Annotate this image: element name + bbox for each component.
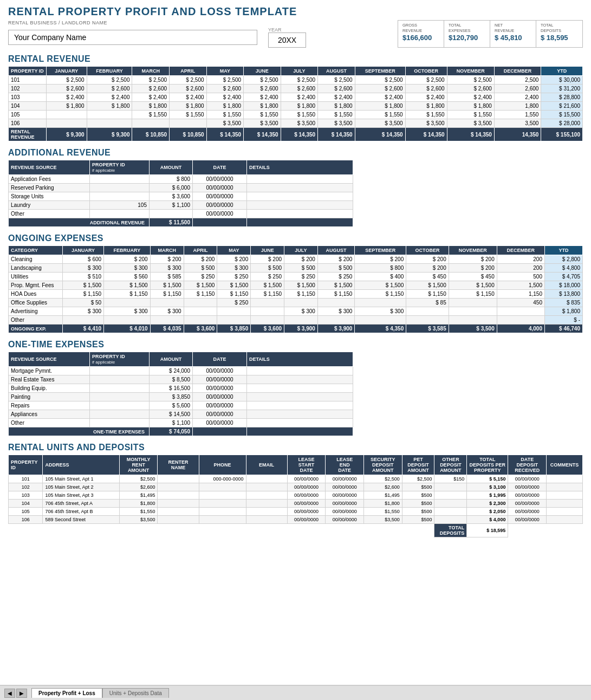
table-row: 106 $ 3,500$ 3,500$ 3,500$ 3,500 $ 3,500… [9, 119, 583, 128]
summary-net-revenue: NETREVENUE $ 45,810 [490, 21, 536, 47]
ongoing-expenses-table: CATEGORY JANUARYFEBRUARYMARCHAPRIL MAYJU… [8, 245, 583, 333]
table-row: 103$ 2,400$ 2,400$ 2,400$ 2,400 $ 2,400$… [9, 93, 583, 102]
table-row: 104$ 1,800$ 1,800$ 1,800$ 1,800 $ 1,800$… [9, 102, 583, 111]
summary-total-deposits: TOTALDEPOSITS $ 18,595 [536, 21, 582, 47]
table-row: HOA Dues$ 1,150$ 1,150$ 1,150$ 1,150 $ 1… [9, 290, 583, 299]
one-time-expenses-table: REVENUE SOURCE PROPERTY IDif applicable … [8, 352, 353, 436]
additional-revenue-title: ADDITIONAL REVENUE [8, 148, 583, 158]
summary-total-expenses: TOTALEXPENSES $120,790 [444, 21, 490, 47]
table-row: Mortgage Pymnt.$ 24,00000/00/0000 [9, 367, 353, 375]
additional-revenue-table: REVENUE SOURCE PROPERTY IDif applicable … [8, 160, 353, 227]
table-row: 101$ 2,500$ 2,500$ 2,500$ 2,500 $ 2,500$… [9, 76, 583, 85]
table-row: 103 105 Main Street, Apt 3 $1,495 00/00/… [9, 491, 583, 500]
table-row: 105$ 1,550$ 1,550 $ 1,550$ 1,550$ 1,550$… [9, 111, 583, 119]
ongoing-expenses-total: ONGOING EXP. $ 4,410$ 4,010$ 4,035$ 3,60… [9, 325, 583, 333]
table-row: 105 706 45th Street, Apt B $1,550 00/00/… [9, 508, 583, 516]
table-row: 101 105 Main Street, Apt 1 $2,500000-000… [9, 475, 583, 483]
table-row: Application Fees$ 80000/00/0000 [9, 175, 353, 184]
table-row: Storage Units$ 3,60000/00/0000 [9, 192, 353, 201]
table-row: Other$ 1,10000/00/0000 [9, 419, 353, 427]
additional-revenue-total: ADDITIONAL REVENUE $ 11,500 [9, 218, 353, 227]
table-row: Appliances$ 14,50000/00/0000 [9, 410, 353, 419]
rental-units-table: PROPERTY ID ADDRESS MONTHLYRENTAMOUNT RE… [8, 455, 583, 537]
table-row: Reserved Parking$ 6,00000/00/0000 [9, 184, 353, 192]
table-row: Utilities$ 510$ 560$ 585$ 250 $ 250$ 250… [9, 273, 583, 281]
rental-revenue-title: RENTAL REVENUE [8, 54, 583, 64]
table-row: 102 105 Main Street, Apt 2 $2,600 00/00/… [9, 483, 583, 491]
table-row: Other $ - [9, 316, 583, 325]
table-row: Laundry105$ 1,10000/00/0000 [9, 201, 353, 210]
ongoing-expenses-title: ONGOING EXPENSES [8, 234, 583, 243]
rental-revenue-total: RENTAL REVENUE $ 9,300$ 9,300$ 10,850$ 1… [9, 128, 583, 141]
subtitle: RENTAL BUSINESS / LANDLORD NAME [8, 20, 387, 25]
table-row: Office Supplies$ 50 $ 250 $ 85450 $ 835 [9, 299, 583, 307]
rental-revenue-table: PROPERTY ID JANUARYFEBRUARYMARCHAPRIL MA… [8, 66, 583, 141]
page-title: RENTAL PROPERTY PROFIT AND LOSS TEMPLATE [8, 5, 583, 18]
table-row: 102$ 2,600$ 2,600$ 2,600$ 2,600 $ 2,600$… [9, 85, 583, 93]
table-row: Landscaping$ 300$ 300$ 300$ 500 $ 300$ 5… [9, 264, 583, 273]
table-row: Real Estate Taxes$ 8,50000/00/0000 [9, 375, 353, 384]
table-row: 104 706 45th Street, Apt A $1,800 00/00/… [9, 500, 583, 508]
rental-units-title: RENTAL UNITS AND DEPOSITS [8, 443, 583, 452]
table-row: Repairs$ 5,60000/00/0000 [9, 401, 353, 410]
table-row: Cleaning$ 600$ 200$ 200$ 200 $ 200$ 200$… [9, 255, 583, 264]
table-row: Prop. Mgmt. Fees$ 1,500$ 1,500$ 1,500$ 1… [9, 281, 583, 290]
company-name-input[interactable] [8, 30, 257, 45]
year-input[interactable] [268, 33, 306, 48]
table-row: Other00/00/0000 [9, 210, 353, 218]
year-label: YEAR [268, 27, 306, 33]
table-row: Painting$ 3,85000/00/0000 [9, 393, 353, 401]
one-time-expenses-title: ONE-TIME EXPENSES [8, 340, 583, 349]
table-row: Building Equip.$ 16,50000/00/0000 [9, 384, 353, 393]
one-time-expenses-total: ONE-TIME EXPENSES $ 74,050 [9, 427, 353, 436]
total-deposits-row: TOTALDEPOSITS $ 18,595 [9, 524, 583, 537]
summary-gross-revenue: GROSSREVENUE $166,600 [398, 21, 444, 47]
table-row: Advertising$ 300$ 300$ 300 $ 300$ 300 $ … [9, 307, 583, 316]
table-row: 106 589 Second Street $3,500 00/00/00000… [9, 516, 583, 524]
